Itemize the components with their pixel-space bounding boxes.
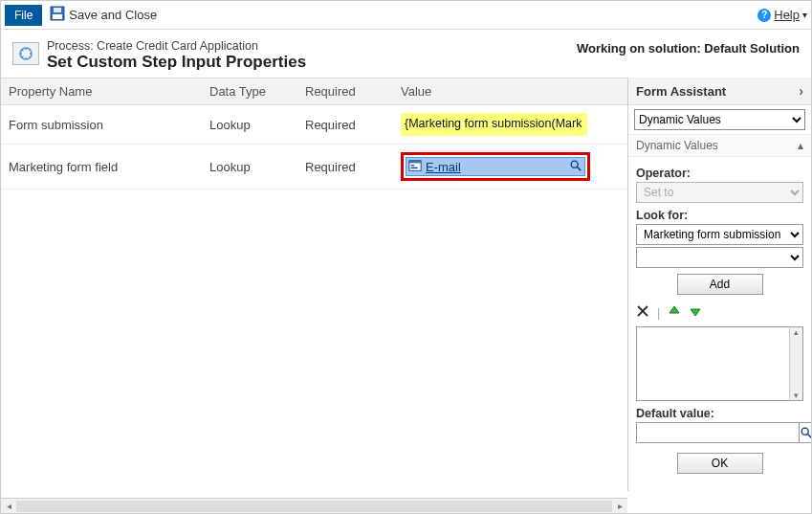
- solution-indicator: Working on solution: Default Solution: [577, 39, 800, 56]
- add-button[interactable]: Add: [677, 274, 763, 295]
- move-up-icon[interactable]: [668, 304, 681, 321]
- record-icon: [408, 159, 422, 175]
- save-and-close-button[interactable]: Save and Close: [50, 6, 157, 24]
- listbox-scrollbar[interactable]: ▴▾: [789, 327, 802, 400]
- svg-line-9: [577, 167, 581, 170]
- lookup-search-icon[interactable]: [569, 159, 582, 175]
- lookup-field[interactable]: E-mail: [406, 157, 585, 176]
- section-label: Dynamic Values: [636, 139, 718, 152]
- help-label: Help: [774, 8, 800, 22]
- horizontal-scrollbar[interactable]: ◂ ▸: [1, 498, 627, 513]
- operator-label: Operator:: [636, 167, 803, 180]
- scroll-right-arrow[interactable]: ▸: [612, 501, 627, 511]
- col-data-type: Data Type: [202, 84, 297, 99]
- svg-rect-6: [411, 165, 415, 166]
- process-icon: [12, 42, 39, 65]
- page-header: Process: Create Credit Card Application …: [1, 30, 811, 78]
- col-value: Value: [393, 84, 627, 99]
- properties-header-row: Property Name Data Type Required Value: [1, 78, 627, 105]
- property-value-cell: E-mail: [393, 145, 627, 189]
- scroll-track[interactable]: [16, 501, 612, 512]
- property-datatype: Lookup: [202, 152, 297, 182]
- svg-point-8: [571, 161, 578, 168]
- svg-rect-5: [409, 160, 421, 163]
- help-icon: ?: [757, 9, 771, 22]
- property-value-cell: {Marketing form submission(Mark: [393, 105, 627, 144]
- form-assistant-header[interactable]: Form Assistant ›: [628, 78, 811, 105]
- form-assistant-pane: Form Assistant › Dynamic Values Dynamic …: [627, 78, 811, 491]
- value-dynamic-token[interactable]: {Marketing form submission(Mark: [401, 113, 587, 136]
- property-name: Form submission: [1, 110, 202, 140]
- top-toolbar: File Save and Close ? Help ▾: [1, 1, 811, 30]
- page-title: Set Custom Step Input Properties: [47, 53, 306, 72]
- assistant-mode-select[interactable]: Dynamic Values: [634, 109, 805, 130]
- move-down-icon[interactable]: [689, 304, 702, 321]
- chevron-down-icon: ▾: [802, 10, 807, 20]
- process-breadcrumb: Process: Create Credit Card Application: [47, 39, 306, 53]
- dynamic-values-section-header[interactable]: Dynamic Values ▴: [628, 134, 811, 157]
- file-menu-button[interactable]: File: [5, 5, 42, 26]
- svg-marker-13: [691, 309, 700, 316]
- dynamic-values-listbox[interactable]: ▴▾: [636, 326, 803, 401]
- look-for-label: Look for:: [636, 209, 803, 222]
- collapse-icon: ▴: [798, 139, 803, 152]
- look-for-entity-select[interactable]: Marketing form submission: [636, 224, 803, 245]
- default-value-lookup-button[interactable]: [800, 422, 812, 443]
- svg-marker-12: [669, 306, 679, 313]
- look-for-attribute-select[interactable]: [636, 247, 803, 268]
- col-required: Required: [297, 84, 393, 99]
- svg-point-14: [801, 428, 808, 435]
- default-value-label: Default value:: [636, 407, 803, 420]
- chevron-right-icon: ›: [799, 83, 803, 99]
- highlighted-lookup-wrap: E-mail: [401, 152, 590, 181]
- help-menu[interactable]: ? Help ▾: [757, 8, 807, 22]
- property-row: Form submission Lookup Required {Marketi…: [1, 105, 627, 145]
- svg-rect-2: [54, 8, 61, 12]
- operator-select[interactable]: Set to: [636, 182, 803, 203]
- default-value-input[interactable]: [636, 422, 800, 443]
- svg-rect-7: [411, 167, 418, 168]
- svg-line-15: [807, 434, 811, 437]
- lookup-value-text: E-mail: [426, 160, 565, 174]
- ok-button[interactable]: OK: [677, 453, 763, 474]
- property-required: Required: [297, 110, 393, 140]
- properties-pane: Property Name Data Type Required Value F…: [1, 78, 627, 491]
- save-icon: [50, 6, 65, 24]
- save-and-close-label: Save and Close: [69, 8, 157, 22]
- property-name: Marketing form field: [1, 152, 202, 182]
- svg-rect-1: [53, 14, 62, 19]
- delete-icon[interactable]: [636, 304, 649, 321]
- separator: |: [657, 306, 660, 320]
- property-datatype: Lookup: [202, 110, 297, 140]
- col-property-name: Property Name: [1, 84, 202, 99]
- property-required: Required: [297, 152, 393, 182]
- form-assistant-title: Form Assistant: [636, 84, 726, 99]
- property-row: Marketing form field Lookup Required E-m…: [1, 145, 627, 190]
- scroll-left-arrow[interactable]: ◂: [1, 501, 16, 511]
